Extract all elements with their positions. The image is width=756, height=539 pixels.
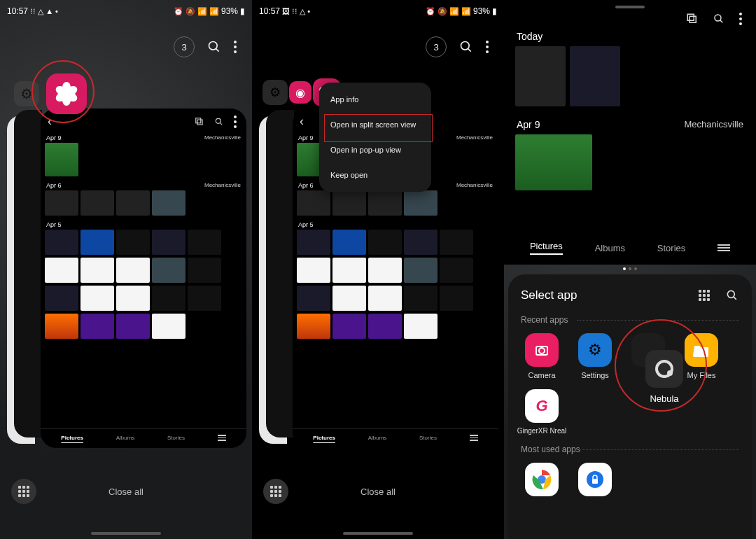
gallery-recent-card[interactable]: ‹ Apr 9Mechanicsville Apr 6Mechanicsvill…	[41, 108, 246, 448]
photo-thumbnail[interactable]	[152, 286, 186, 311]
photo-thumbnail[interactable]	[116, 286, 150, 311]
grid-view-icon[interactable]	[699, 290, 710, 301]
photo-thumbnail[interactable]	[152, 230, 186, 255]
search-icon[interactable]	[725, 288, 739, 302]
search-icon[interactable]	[214, 117, 224, 127]
background-card-2[interactable]	[266, 110, 294, 438]
photo-thumbnail[interactable]	[116, 258, 150, 283]
multiwindow-icon[interactable]	[686, 13, 699, 25]
photo-thumbnail[interactable]	[152, 190, 186, 216]
close-all-button[interactable]: Close all	[0, 486, 252, 497]
photo-thumbnail[interactable]	[368, 286, 402, 311]
home-indicator[interactable]	[91, 532, 161, 535]
tab-pictures[interactable]: Pictures	[530, 241, 563, 255]
apps-grid-button[interactable]	[263, 479, 288, 504]
photo-thumbnail[interactable]	[332, 230, 366, 255]
app-camera[interactable]: Camera	[521, 333, 563, 379]
photo-thumbnail[interactable]	[404, 230, 438, 255]
back-icon[interactable]: ‹	[300, 114, 304, 129]
multiwindow-icon[interactable]	[195, 117, 204, 127]
search-icon[interactable]	[713, 13, 725, 25]
photo-thumbnail[interactable]	[440, 286, 473, 311]
tab-albums[interactable]: Albums	[595, 243, 625, 253]
photo-thumbnail[interactable]	[80, 230, 114, 255]
app-gingerxr[interactable]: GGingerXR Nreal	[521, 389, 563, 435]
photo-thumbnail[interactable]	[515, 46, 566, 106]
drag-handle[interactable]	[615, 6, 645, 8]
menu-split-screen[interactable]: Open in split screen view	[319, 112, 431, 137]
more-icon[interactable]	[739, 13, 742, 25]
apps-grid-button[interactable]	[11, 479, 36, 504]
photo-thumbnail[interactable]	[332, 286, 366, 311]
back-icon[interactable]: ‹	[48, 114, 52, 129]
photo-thumbnail[interactable]	[45, 143, 78, 176]
photo-thumbnail[interactable]	[404, 286, 438, 311]
camera-mini-icon[interactable]: ◉	[289, 81, 312, 104]
tab-stories[interactable]: Stories	[167, 435, 185, 441]
photo-thumbnail[interactable]	[570, 46, 620, 106]
photo-thumbnail[interactable]	[297, 190, 330, 216]
photo-thumbnail[interactable]	[440, 258, 473, 283]
photo-thumbnail[interactable]	[80, 314, 114, 339]
nebula-app-highlighted[interactable]: Nebula	[637, 342, 692, 412]
photo-thumbnail[interactable]	[80, 258, 114, 283]
photo-thumbnail[interactable]	[368, 230, 402, 255]
background-card-2[interactable]	[14, 110, 42, 438]
photo-thumbnail[interactable]	[332, 190, 366, 216]
photo-thumbnail[interactable]	[332, 258, 366, 283]
photo-thumbnail[interactable]	[440, 230, 473, 255]
photo-thumbnail[interactable]	[116, 230, 150, 255]
menu-icon[interactable]	[218, 435, 226, 441]
open-app-count[interactable]: 3	[426, 36, 447, 57]
menu-icon[interactable]	[470, 435, 478, 441]
tab-stories[interactable]: Stories	[419, 435, 437, 441]
photo-thumbnail[interactable]	[152, 314, 186, 339]
app-authenticator[interactable]	[574, 463, 616, 496]
close-all-button[interactable]: Close all	[252, 486, 504, 497]
photo-thumbnail[interactable]	[297, 286, 330, 311]
menu-icon[interactable]	[718, 244, 730, 251]
app-settings[interactable]: ⚙Settings	[574, 333, 616, 379]
photo-thumbnail[interactable]	[515, 134, 592, 190]
photo-thumbnail[interactable]	[188, 286, 221, 311]
photo-thumbnail[interactable]	[45, 286, 78, 311]
photo-thumbnail[interactable]	[297, 314, 330, 339]
photo-thumbnail[interactable]	[368, 190, 402, 216]
photo-thumbnail[interactable]	[45, 314, 78, 339]
photo-thumbnail[interactable]	[368, 314, 402, 339]
more-icon[interactable]	[234, 115, 237, 128]
photo-thumbnail[interactable]	[188, 230, 221, 255]
photo-thumbnail[interactable]	[297, 230, 330, 255]
more-options-icon[interactable]	[234, 41, 237, 53]
photo-thumbnail[interactable]	[404, 190, 438, 216]
tab-pictures[interactable]: Pictures	[61, 435, 83, 441]
tab-albums[interactable]: Albums	[116, 435, 135, 441]
photo-thumbnail[interactable]	[116, 190, 150, 216]
photo-thumbnail[interactable]	[332, 314, 366, 339]
photo-thumbnail[interactable]	[368, 258, 402, 283]
open-app-count[interactable]: 3	[174, 36, 195, 57]
menu-keep-open[interactable]: Keep open	[319, 162, 431, 188]
photo-thumbnail[interactable]	[45, 258, 78, 283]
tab-stories[interactable]: Stories	[657, 243, 685, 253]
search-icon[interactable]	[207, 40, 221, 54]
photo-thumbnail[interactable]	[80, 190, 114, 216]
photo-thumbnail[interactable]	[45, 190, 78, 216]
search-icon[interactable]	[459, 40, 473, 54]
settings-mini-icon[interactable]: ⚙	[262, 80, 288, 105]
gallery-app-icon[interactable]	[46, 74, 87, 114]
menu-popup-view[interactable]: Open in pop-up view	[319, 137, 431, 162]
photo-thumbnail[interactable]	[188, 258, 221, 283]
photo-thumbnail[interactable]	[297, 258, 330, 283]
tab-albums[interactable]: Albums	[368, 435, 387, 441]
photo-thumbnail[interactable]	[116, 314, 150, 339]
photo-thumbnail[interactable]	[152, 258, 186, 283]
more-options-icon[interactable]	[486, 41, 489, 53]
menu-app-info[interactable]: App info	[319, 87, 431, 112]
home-indicator[interactable]	[343, 532, 413, 535]
photo-thumbnail[interactable]	[80, 286, 114, 311]
photo-thumbnail[interactable]	[404, 258, 438, 283]
settings-mini-icon[interactable]: ⚙	[14, 81, 39, 106]
photo-thumbnail[interactable]	[404, 314, 438, 339]
app-chrome[interactable]	[521, 463, 563, 496]
